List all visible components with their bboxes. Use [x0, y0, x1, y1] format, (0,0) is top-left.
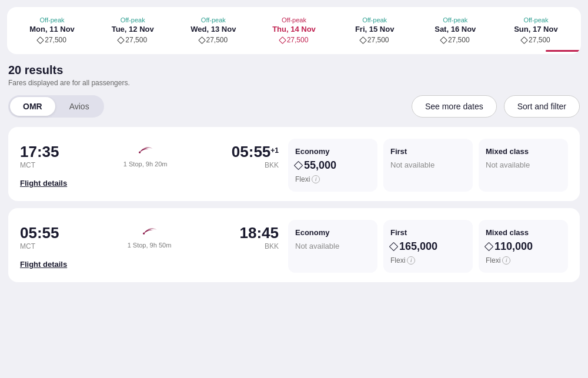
- date-label: Fri, 15 Nov: [355, 25, 394, 34]
- fare-class-label: Mixed class: [486, 147, 561, 156]
- date-label: Sun, 17 Nov: [514, 25, 557, 34]
- off-peak-label: Off-peak: [443, 16, 467, 24]
- date-label: Thu, 14 Nov: [272, 25, 316, 34]
- departure-airport: MCT: [20, 242, 35, 250]
- date-label: Sat, 16 Nov: [435, 25, 476, 34]
- fare-options-2: Economy Not available First 165,000 Flex…: [288, 220, 568, 273]
- avios-value: 27,500: [38, 36, 66, 44]
- fare-card-economy-1[interactable]: Economy 55,000 Flexi i: [288, 139, 377, 192]
- off-peak-label: Off-peak: [201, 16, 226, 24]
- flight-times-row: 05:55 MCT 1 Stop, 9h 50m 18:: [20, 224, 279, 250]
- info-icon: i: [407, 256, 415, 265]
- stops-info: 1 Stop, 9h 20m: [123, 160, 168, 168]
- fare-price-row: 165,000: [390, 240, 466, 253]
- flight-card-1: 17:35 MCT 1 Stop, 9h 20m: [8, 127, 580, 201]
- stops-info: 1 Stop, 9h 50m: [128, 242, 172, 249]
- off-peak-label: Off-peak: [40, 16, 65, 24]
- fare-options-1: Economy 55,000 Flexi i First Not availab…: [288, 139, 568, 192]
- off-peak-label: Off-peak: [523, 16, 548, 24]
- arrival-airport: BKK: [265, 161, 279, 169]
- avios-value: 27,500: [441, 36, 470, 44]
- fare-card-first-2[interactable]: First 165,000 Flexi i: [383, 220, 473, 273]
- fare-price-row: 110,000: [486, 240, 561, 253]
- currency-toggle: OMR Avios: [8, 95, 104, 118]
- date-item-mon11[interactable]: Off-peak Mon, 11 Nov 27,500: [12, 14, 92, 46]
- fare-card-mixed-2[interactable]: Mixed class 110,000 Flexi i: [479, 220, 568, 273]
- date-label: Wed, 13 Nov: [191, 25, 236, 34]
- date-label: Tue, 12 Nov: [112, 25, 154, 34]
- date-strip-wrapper: Off-peak Mon, 11 Nov 27,500 Off-peak Tue…: [7, 7, 581, 54]
- date-item-sat16[interactable]: Off-peak Sat, 16 Nov 27,500: [415, 14, 496, 46]
- avios-value: 27,500: [522, 36, 550, 44]
- arrival-superscript: +1: [270, 143, 279, 158]
- flight-details-link[interactable]: Flight details: [20, 259, 279, 269]
- sort-and-filter-button[interactable]: Sort and filter: [504, 95, 580, 118]
- off-peak-label: Off-peak: [282, 16, 306, 24]
- date-item-wed13[interactable]: Off-peak Wed, 13 Nov 27,500: [173, 14, 253, 46]
- fare-unavailable: Not available: [295, 242, 370, 250]
- fare-unavailable: Not available: [390, 160, 466, 169]
- svg-point-1: [143, 233, 145, 235]
- date-label: Mon, 11 Nov: [29, 25, 75, 34]
- avios-value: 27,500: [280, 36, 309, 44]
- avios-toggle-button[interactable]: Avios: [56, 97, 102, 116]
- arrival-block: 18:45 BKK: [240, 224, 279, 250]
- fare-class-label: Economy: [295, 147, 370, 156]
- fare-price: 110,000: [495, 240, 533, 253]
- arrival-time-container: 18:45: [240, 224, 279, 242]
- date-strip: Off-peak Mon, 11 Nov 27,500 Off-peak Tue…: [7, 7, 581, 50]
- controls-row: OMR Avios See more dates Sort and filter: [8, 95, 580, 118]
- svg-point-0: [139, 152, 141, 153]
- qr-logo-icon: [140, 225, 159, 240]
- off-peak-label: Off-peak: [362, 16, 387, 24]
- fare-unavailable: Not available: [486, 160, 561, 169]
- fare-price: 165,000: [399, 240, 437, 253]
- fare-card-first-1: First Not available: [383, 139, 473, 192]
- fare-type: Flexi i: [486, 256, 561, 265]
- departure-block: 17:35 MCT: [20, 143, 59, 169]
- avios-value: 27,500: [360, 36, 389, 44]
- fare-type: Flexi i: [295, 175, 370, 183]
- flight-details-anchor[interactable]: Flight details: [20, 260, 67, 269]
- departure-time: 17:35: [20, 143, 59, 161]
- arrival-time: 05:55: [232, 143, 271, 161]
- departure-time: 05:55: [20, 224, 59, 242]
- fare-price-row: 55,000: [295, 159, 370, 172]
- arrival-airport: BKK: [265, 242, 279, 250]
- results-count: 20 results: [8, 63, 580, 77]
- avios-value: 27,500: [199, 36, 228, 44]
- omr-toggle-button[interactable]: OMR: [10, 97, 55, 116]
- flight-times-row: 17:35 MCT 1 Stop, 9h 20m: [20, 143, 279, 169]
- fare-class-label: Mixed class: [486, 228, 561, 237]
- flight-info-1: 17:35 MCT 1 Stop, 9h 20m: [20, 143, 279, 188]
- info-icon: i: [502, 256, 510, 265]
- flight-line-middle: 1 Stop, 9h 50m: [59, 225, 240, 249]
- arrival-time-container: 05:55 +1: [232, 143, 279, 161]
- flight-details-link[interactable]: Flight details: [20, 178, 279, 188]
- date-item-sun17[interactable]: Off-peak Sun, 17 Nov 27,500: [496, 14, 576, 46]
- date-item-tue12[interactable]: Off-peak Tue, 12 Nov 27,500: [92, 14, 173, 46]
- results-note: Fares displayed are for all passengers.: [8, 79, 580, 87]
- see-more-dates-button[interactable]: See more dates: [412, 95, 497, 118]
- flight-card-2: 05:55 MCT 1 Stop, 9h 50m 18:: [8, 208, 580, 282]
- flight-info-2: 05:55 MCT 1 Stop, 9h 50m 18:: [20, 224, 279, 269]
- fare-price: 55,000: [304, 159, 336, 172]
- fare-type: Flexi i: [390, 256, 466, 265]
- fare-card-economy-2: Economy Not available: [288, 220, 377, 273]
- fare-class-label: First: [390, 228, 466, 237]
- fare-class-label: Economy: [295, 228, 370, 237]
- results-section: 20 results Fares displayed are for all p…: [0, 54, 588, 294]
- flight-line-middle: 1 Stop, 9h 20m: [59, 144, 232, 168]
- active-date-indicator: [546, 50, 581, 52]
- departure-airport: MCT: [20, 161, 35, 169]
- date-item-thu14[interactable]: Off-peak Thu, 14 Nov 27,500: [253, 14, 334, 46]
- off-peak-label: Off-peak: [121, 16, 145, 24]
- flight-details-anchor[interactable]: Flight details: [20, 179, 67, 188]
- arrival-time: 18:45: [240, 224, 279, 242]
- info-icon: i: [312, 175, 320, 183]
- fare-card-mixed-1: Mixed class Not available: [479, 139, 568, 192]
- departure-block: 05:55 MCT: [20, 224, 59, 250]
- arrival-block: 05:55 +1 BKK: [232, 143, 279, 169]
- date-item-fri15[interactable]: Off-peak Fri, 15 Nov 27,500: [335, 14, 415, 46]
- avios-value: 27,500: [118, 36, 147, 44]
